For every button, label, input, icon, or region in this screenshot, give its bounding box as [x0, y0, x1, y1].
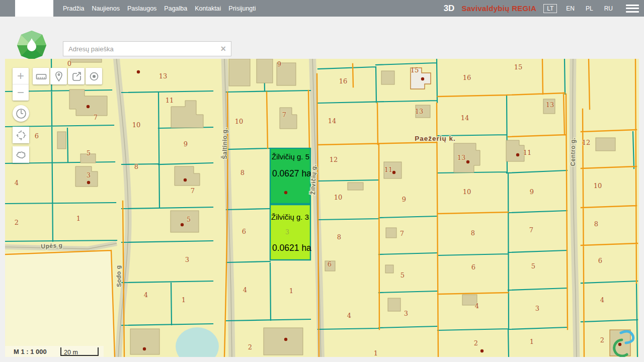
parcel-number: 10: [235, 118, 244, 125]
lang-en[interactable]: EN: [564, 4, 577, 13]
street-label: Centro g.: [570, 137, 577, 166]
pin-icon: [52, 70, 65, 83]
menu-icon[interactable]: [626, 5, 639, 13]
parcel-number: 13: [546, 101, 554, 109]
faint-parcel-number: 3: [285, 229, 289, 236]
selected-parcels: Žilvičių g. 50.0627 haŽilvičių g. 30.062…: [270, 148, 311, 260]
nav-naujienos[interactable]: Naujienos: [92, 5, 120, 12]
parcel-number: 7: [529, 226, 533, 234]
main-nav: Pradžia Naujienos Paslaugos Pagalba Kont…: [63, 0, 256, 17]
parcel-number: 6: [598, 257, 602, 264]
nav-pradzia[interactable]: Pradžia: [63, 5, 84, 12]
marker-button[interactable]: [50, 68, 67, 84]
parcel-number: 4: [15, 179, 19, 187]
parcel-number: 9: [184, 140, 188, 148]
field-parcel: [5, 249, 116, 357]
parcel-number: 16: [339, 77, 348, 85]
place-label: Paežerių k.: [415, 135, 456, 142]
parcel-number: 3: [404, 310, 408, 317]
draw-polygon-button[interactable]: [13, 146, 29, 163]
parcel-number: 7: [400, 230, 404, 237]
parcel-number: 11: [166, 97, 174, 104]
parcel-number: 3: [185, 256, 189, 263]
share-icon: [70, 70, 83, 83]
parcel-number: 8: [337, 233, 341, 241]
parcel-number: 11: [523, 149, 532, 156]
street-label: Sodo g: [115, 265, 123, 287]
parcel-number: 4: [243, 286, 247, 294]
parcel-number: 12: [582, 139, 591, 146]
parcel-number: 10: [463, 188, 471, 196]
parcel-number: 10: [132, 121, 141, 129]
parcel-number: 3: [535, 305, 539, 312]
parcel-number: 4: [144, 291, 148, 299]
parcel-number: 2: [248, 343, 252, 351]
parcel-number: 6: [471, 263, 475, 271]
parcel-number: 6: [242, 228, 246, 235]
nav-kontaktai[interactable]: Kontaktai: [195, 5, 221, 12]
zoom-in-button[interactable]: +: [13, 68, 29, 84]
crosshair-icon: [15, 129, 28, 142]
view-3d-button[interactable]: 3D: [444, 4, 455, 14]
parcel-number: 5: [87, 149, 91, 157]
parcel-number: 2: [474, 339, 478, 347]
parcel-number: 1: [289, 287, 293, 295]
share-button[interactable]: [68, 68, 85, 84]
zoom-control: + −: [13, 68, 29, 101]
measure-button[interactable]: [33, 68, 49, 84]
street-label: Šaltinio g.: [221, 128, 228, 159]
lang-lt[interactable]: LT: [543, 4, 557, 13]
nav-pagalba[interactable]: Pagalba: [164, 5, 187, 12]
parcel-number: 8: [471, 229, 475, 237]
nav-prisijungti[interactable]: Prisijungti: [228, 5, 256, 12]
target-icon: [88, 70, 101, 83]
parcel-number: 6: [328, 260, 332, 268]
parcel-number: 4: [475, 302, 479, 310]
parcel-number: 7: [94, 114, 98, 121]
regia-logo: [17, 30, 47, 60]
parcel-number: 5: [531, 262, 535, 270]
map-viewport[interactable]: Žilvičių g. 50.0627 haŽilvičių g. 30.062…: [5, 59, 639, 357]
selected-parcel-area: 0.0627 ha: [272, 168, 311, 178]
clear-search-icon[interactable]: ×: [215, 44, 231, 53]
parcel-number: 8: [594, 220, 598, 228]
zoom-out-button[interactable]: −: [13, 84, 29, 101]
parcel-number: 7: [191, 187, 195, 195]
parcel-number: 15: [514, 63, 523, 71]
parcel-number: 9: [402, 196, 406, 203]
parcel-number: 12: [330, 156, 338, 163]
address-search: ×: [63, 41, 231, 56]
parcel-number: 13: [415, 108, 424, 115]
clock-icon: [15, 107, 28, 120]
center-button[interactable]: [86, 68, 102, 84]
scale-bar: M 1 : 1 000 20 m: [5, 346, 104, 357]
parcel-number: 16: [463, 74, 471, 81]
cloud-polygon-icon: [15, 148, 28, 161]
history-button[interactable]: [13, 105, 29, 122]
parcel-number: 11: [384, 166, 393, 173]
search-input[interactable]: [63, 45, 215, 53]
parcel-number: 7: [282, 111, 286, 119]
selected-parcel-name: Žilvičių g. 3: [271, 213, 309, 221]
locate-button[interactable]: [13, 127, 29, 143]
parcel-number: 2: [600, 336, 604, 344]
parcel-number: 14: [328, 117, 337, 125]
parcel-number: 4: [600, 296, 604, 304]
lang-ru[interactable]: RU: [602, 4, 615, 13]
logo-tab: [15, 0, 53, 17]
parcel-number: 13: [159, 72, 168, 80]
parcel-number: 10: [334, 194, 343, 201]
parcel-number: 3: [87, 171, 91, 179]
sub-header: REGIA ×: [0, 17, 644, 59]
parcel-number: 1: [374, 349, 378, 357]
map-canvas[interactable]: Žilvičių g. 50.0627 haŽilvičių g. 30.062…: [5, 59, 639, 357]
lang-pl[interactable]: PL: [584, 4, 595, 13]
parcel-number: 9: [277, 60, 281, 68]
parcel-number: 10: [594, 182, 602, 190]
top-bar: Pradžia Naujienos Paslaugos Pagalba Kont…: [0, 0, 644, 17]
scale-ratio: M 1 : 1 000: [14, 348, 47, 355]
parcel-number: 1: [530, 338, 534, 345]
parcel-number: 1: [182, 296, 186, 304]
nav-paslaugos[interactable]: Paslaugos: [127, 5, 156, 12]
app-title: Savivaldybių REGIA: [461, 4, 536, 13]
